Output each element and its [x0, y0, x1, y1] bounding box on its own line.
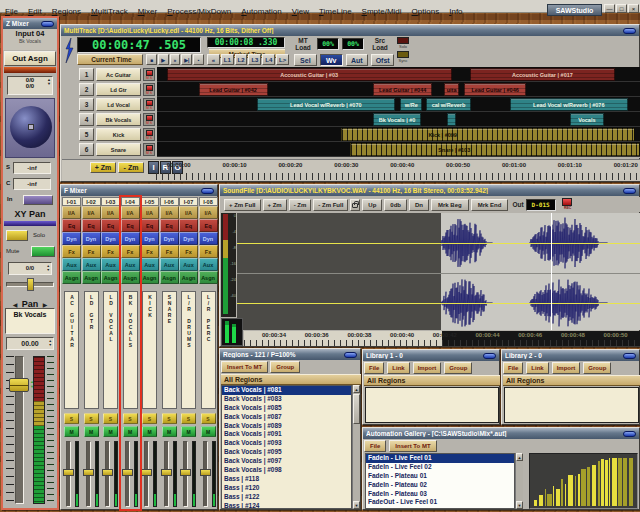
region-list-item[interactable]: Back Vocals | #095: [222, 448, 351, 457]
fast-forward-icon[interactable]: »: [170, 54, 181, 65]
channel-mute-button[interactable]: M: [142, 426, 157, 437]
fx-button[interactable]: Fx: [140, 245, 159, 258]
track-name-bk-vocals[interactable]: Bk Vocals: [96, 113, 141, 126]
link-button[interactable]: Link: [526, 362, 548, 374]
channel-id[interactable]: I-02: [82, 197, 101, 206]
fader-handle[interactable]: [9, 378, 29, 392]
fx-button[interactable]: Fx: [62, 245, 81, 258]
locate-l1[interactable]: L1: [221, 54, 234, 65]
fx-button[interactable]: Fx: [82, 245, 101, 258]
region-lead-guitar-044[interactable]: Lead Guitar | #044: [373, 83, 432, 96]
in-button[interactable]: [23, 195, 53, 205]
region-list-item[interactable]: Back Vocals | #083: [222, 395, 351, 404]
i-a-button[interactable]: I/A: [199, 206, 218, 219]
mode-wv[interactable]: Wv: [320, 54, 343, 66]
channel-fader-handle[interactable]: [200, 469, 211, 476]
dyn-button[interactable]: Dyn: [160, 232, 179, 245]
track-number-6[interactable]: 6: [79, 143, 94, 156]
fx-button[interactable]: Fx: [199, 245, 218, 258]
region-bk-vocals-0[interactable]: Bk Vocals | #0: [373, 113, 421, 126]
library2-list[interactable]: [504, 387, 639, 423]
pan-offset-display[interactable]: 0/0 ▲▼: [8, 262, 52, 275]
pan-slider-handle[interactable]: [27, 278, 34, 291]
track-name-ld-gtr[interactable]: Ld Gtr: [96, 83, 141, 96]
automation-list-item[interactable]: FadeIn - Live Feel 01: [366, 454, 514, 463]
pan-slider[interactable]: [6, 278, 54, 291]
track-arm[interactable]: M S: [143, 113, 155, 126]
minimize-icon[interactable]: —: [604, 4, 615, 13]
track-name-ac-guitar[interactable]: Ac Guitar: [96, 68, 141, 81]
out-asgn-button[interactable]: Out Asgn: [4, 51, 56, 66]
menu-item-mixer[interactable]: Mixer: [133, 6, 163, 17]
locate-l[interactable]: L>: [276, 54, 289, 65]
region-vocals[interactable]: Vocals: [570, 113, 604, 126]
import-button[interactable]: Import: [413, 362, 442, 374]
region-snare-103[interactable]: Snare | #103: [350, 143, 640, 156]
record-button-block[interactable]: REC: [562, 198, 574, 212]
asgn-button[interactable]: Asgn: [121, 271, 140, 284]
channel-mute-button[interactable]: M: [181, 426, 196, 437]
mute-button[interactable]: [31, 246, 55, 257]
up-button[interactable]: Up: [362, 199, 382, 211]
channel-id[interactable]: I-07: [179, 197, 198, 206]
region-list-item[interactable]: Bass | #118: [222, 475, 351, 484]
library1-list[interactable]: [365, 387, 499, 423]
locate-l3[interactable]: L3: [248, 54, 261, 65]
asgn-button[interactable]: Asgn: [82, 271, 101, 284]
zmixer-minimize-icon[interactable]: [41, 21, 54, 27]
group-button[interactable]: Group: [444, 362, 472, 374]
region-accoustic-guitar-017[interactable]: Accoustic Guitar | #017: [470, 68, 615, 81]
aux-button[interactable]: Aux: [62, 258, 81, 271]
current-time-button[interactable]: Current Time: [77, 54, 143, 65]
mrk-end-button[interactable]: Mrk End: [471, 199, 509, 211]
region-list-item[interactable]: Back Vocals | #097: [222, 457, 351, 466]
route-display[interactable]: 0/0 0/0 ▲▼: [7, 76, 53, 95]
lightning-icon[interactable]: [63, 38, 75, 64]
eq-button[interactable]: Eq: [101, 219, 120, 232]
region-clip[interactable]: [447, 113, 457, 126]
eq-button[interactable]: Eq: [199, 219, 218, 232]
channel-name-strip[interactable]: KICK: [142, 291, 157, 409]
eq-button[interactable]: Eq: [179, 219, 198, 232]
record-button[interactable]: [562, 198, 572, 206]
send-c-value[interactable]: -inf: [13, 178, 51, 190]
automation-list-item[interactable]: FadeIn - Plateau 02: [366, 481, 514, 490]
channel-solo-button[interactable]: S: [162, 413, 177, 424]
i-a-button[interactable]: I/A: [140, 206, 159, 219]
menu-item-process-mixdown[interactable]: Process/MixDown: [162, 6, 236, 17]
i-a-button[interactable]: I/A: [121, 206, 140, 219]
scroll-thumb[interactable]: [353, 394, 360, 424]
fx-button[interactable]: Fx: [101, 245, 120, 258]
channel-solo-button[interactable]: S: [123, 413, 138, 424]
region-list-item[interactable]: Bass | #124: [222, 502, 351, 509]
eq-button[interactable]: Eq: [62, 219, 81, 232]
asgn-button[interactable]: Asgn: [199, 271, 218, 284]
fx-button[interactable]: Fx: [160, 245, 179, 258]
import-button[interactable]: Import: [552, 362, 581, 374]
asgn-button[interactable]: Asgn: [101, 271, 120, 284]
regions-minimize-icon[interactable]: [344, 352, 357, 358]
gain-spinner[interactable]: ▲▼: [49, 339, 52, 347]
insert-to-mt-button[interactable]: Insert To MT: [389, 440, 436, 452]
region-lead-vocal-w-reverb-070[interactable]: Lead Vocal w/Reverb | #070: [257, 98, 395, 111]
channel-solo-button[interactable]: S: [142, 413, 157, 424]
lock-button[interactable]: [350, 199, 360, 211]
locate-[interactable]: «: [207, 54, 220, 65]
restore-icon[interactable]: □: [616, 4, 627, 13]
region-list-item[interactable]: Bass | #120: [222, 484, 351, 493]
gain-display[interactable]: 00.00 ▲▼: [6, 337, 54, 350]
channel-id[interactable]: I-08: [199, 197, 218, 206]
i-a-button[interactable]: I/A: [101, 206, 120, 219]
mode-sel[interactable]: Sel: [294, 54, 317, 66]
channel-fader-handle[interactable]: [122, 469, 133, 476]
zm-full-button[interactable]: + Zm Full: [224, 199, 261, 211]
i-a-button[interactable]: I/A: [179, 206, 198, 219]
file-button[interactable]: File: [503, 362, 523, 374]
zoom-out-button[interactable]: - Zm: [118, 162, 144, 173]
channel-solo-button[interactable]: S: [181, 413, 196, 424]
xy-ball-handle[interactable]: [28, 124, 34, 130]
automation-list-item[interactable]: FadeOut - Live Feel 01: [366, 498, 514, 507]
menu-item-multitrack[interactable]: MultiTrack: [86, 6, 133, 17]
channel-id[interactable]: I-05: [140, 197, 159, 206]
fmixer-titlebar[interactable]: F Mixer: [61, 185, 217, 196]
